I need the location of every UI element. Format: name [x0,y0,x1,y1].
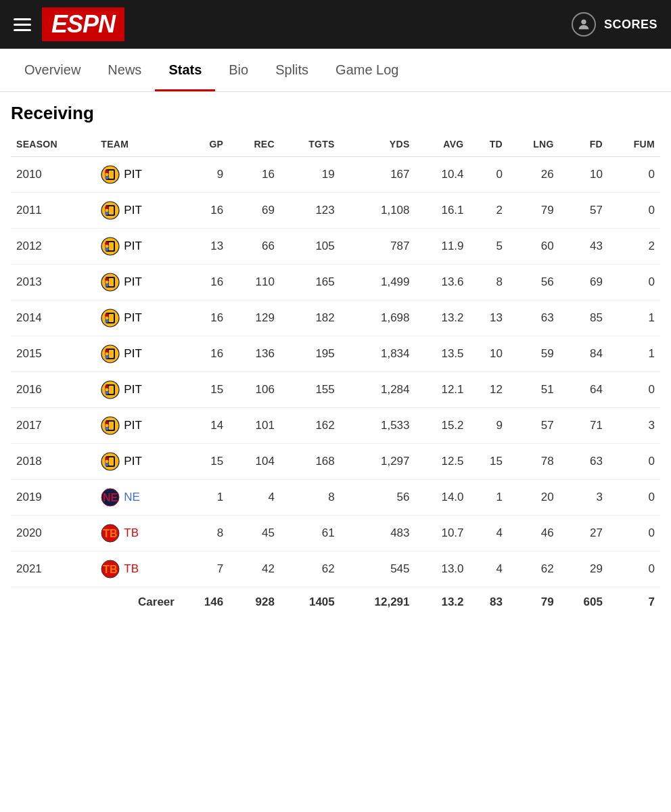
tab-news[interactable]: News [94,49,155,91]
tab-overview[interactable]: Overview [11,49,94,91]
svg-point-11 [106,208,110,212]
rec-cell: 66 [229,229,280,265]
table-row: 2020 TB TB 8 45 61 483 10.7 4 46 27 0 [11,516,660,551]
table-row: 2019 NE NE 1 4 8 56 14.0 1 20 3 0 [11,480,660,516]
team-logo: TB [101,524,120,543]
gp-cell: 1 [180,480,229,516]
table-row: 2012 PIT 13 66 105 787 11.9 5 60 43 2 [11,229,660,265]
svg-point-5 [106,173,110,177]
gp-cell: 15 [180,372,229,408]
tgts-cell: 8 [280,480,340,516]
site-header: ESPN SCORES [0,0,671,49]
lng-cell: 20 [508,480,559,516]
gp-cell: 16 [180,193,229,229]
gp-cell: 16 [180,300,229,336]
career-avg: 13.2 [415,587,469,618]
yds-cell: 1,297 [340,444,415,480]
yds-cell: 1,108 [340,193,415,229]
yds-cell: 1,499 [340,265,415,300]
team-cell: PIT [95,372,180,408]
team-logo [101,273,120,292]
career-gp: 146 [180,587,229,618]
team-cell: PIT [95,444,180,480]
hamburger-menu[interactable] [14,18,31,31]
yds-cell: 787 [340,229,415,265]
team-abbr: PIT [124,168,141,181]
avg-cell: 15.2 [415,408,469,444]
fd-cell: 43 [559,229,608,265]
gp-cell: 16 [180,265,229,300]
tab-splits[interactable]: Splits [262,49,322,91]
td-cell: 4 [469,551,508,587]
yds-cell: 1,698 [340,300,415,336]
avg-cell: 13.5 [415,336,469,372]
team-abbr: TB [124,562,139,576]
rec-cell: 136 [229,336,280,372]
career-row: Career 146 928 1405 12,291 13.2 83 79 60… [11,587,660,618]
fd-cell: 57 [559,193,608,229]
col-rec: REC [229,132,280,157]
team-abbr: PIT [124,383,141,397]
fum-cell: 0 [608,551,660,587]
career-rec: 928 [229,587,280,618]
scores-button[interactable]: SCORES [604,18,657,32]
rec-cell: 106 [229,372,280,408]
fum-cell: 0 [608,444,660,480]
tgts-cell: 155 [280,372,340,408]
svg-rect-24 [109,278,114,286]
fd-cell: 71 [559,408,608,444]
svg-rect-6 [109,171,114,179]
td-cell: 4 [469,516,508,551]
col-season: SEASON [11,132,95,157]
svg-text:NE: NE [103,492,118,503]
gp-cell: 15 [180,444,229,480]
yds-cell: 1,533 [340,408,415,444]
gp-cell: 13 [180,229,229,265]
td-cell: 12 [469,372,508,408]
td-cell: 5 [469,229,508,265]
svg-point-29 [106,316,110,320]
tgts-cell: 62 [280,551,340,587]
table-row: 2014 PIT 16 129 182 1,698 13.2 13 63 85 … [11,300,660,336]
tgts-cell: 168 [280,444,340,480]
rec-cell: 16 [229,157,280,193]
season-cell: 2020 [11,516,95,551]
lng-cell: 63 [508,300,559,336]
user-icon[interactable] [572,12,596,37]
yds-cell: 1,834 [340,336,415,372]
team-cell: NE NE [95,480,180,516]
table-row: 2018 PIT 15 104 168 1,297 12.5 15 78 63 … [11,444,660,480]
avg-cell: 16.1 [415,193,469,229]
fd-cell: 69 [559,265,608,300]
career-fum: 7 [608,587,660,618]
gp-cell: 9 [180,157,229,193]
fum-cell: 0 [608,157,660,193]
lng-cell: 26 [508,157,559,193]
tab-stats[interactable]: Stats [155,49,215,91]
col-td: TD [469,132,508,157]
tab-game-log[interactable]: Game Log [322,49,412,91]
lng-cell: 51 [508,372,559,408]
season-cell: 2014 [11,300,95,336]
table-header-row: SEASON TEAM GP REC TGTS YDS AVG TD LNG F… [11,132,660,157]
table-row: 2021 TB TB 7 42 62 545 13.0 4 62 29 0 [11,551,660,587]
team-abbr: PIT [124,240,141,253]
espn-logo[interactable]: ESPN [42,7,124,41]
lng-cell: 57 [508,408,559,444]
lng-cell: 79 [508,193,559,229]
team-logo [101,452,120,471]
team-logo [101,309,120,328]
season-cell: 2010 [11,157,95,193]
tab-bio[interactable]: Bio [215,49,262,91]
tgts-cell: 195 [280,336,340,372]
td-cell: 2 [469,193,508,229]
fd-cell: 85 [559,300,608,336]
gp-cell: 14 [180,408,229,444]
rec-cell: 45 [229,516,280,551]
lng-cell: 60 [508,229,559,265]
tgts-cell: 162 [280,408,340,444]
table-row: 2013 PIT 16 110 165 1,499 13.6 8 56 69 0 [11,265,660,300]
col-tgts: TGTS [280,132,340,157]
table-row: 2016 PIT 15 106 155 1,284 12.1 12 51 64 … [11,372,660,408]
main-content: Receiving SEASON TEAM GP REC TGTS YDS AV… [0,92,671,617]
